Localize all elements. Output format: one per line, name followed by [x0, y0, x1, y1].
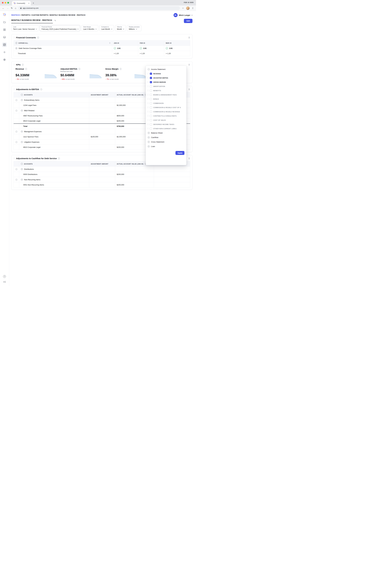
checkbox-unchecked[interactable] — [150, 85, 152, 87]
picker-item-benefits[interactable]: BENEFITS — [146, 88, 186, 93]
drag-handle-icon[interactable] — [147, 81, 149, 83]
info-icon[interactable] — [15, 168, 17, 170]
collapse-sidebar-icon[interactable] — [3, 281, 6, 284]
collapse-row-icon[interactable] — [21, 130, 23, 133]
picker-group-cross-statement[interactable]: Cross Statement — [146, 140, 186, 144]
view-by-filter[interactable]: View by Month — [115, 25, 126, 31]
picker-group-balance-sheet[interactable]: Balance Sheet — [146, 131, 186, 135]
sidebar-item-settings[interactable] — [2, 57, 7, 62]
checkbox-unchecked[interactable] — [150, 94, 152, 96]
drag-handle-icon[interactable] — [147, 77, 149, 79]
info-icon[interactable] — [37, 37, 39, 39]
notes-cell[interactable] — [154, 172, 190, 177]
collapse-row-icon[interactable] — [21, 168, 23, 170]
adjustment-amount-cell[interactable] — [89, 145, 115, 150]
drag-handle-icon[interactable] — [147, 115, 149, 117]
sidebar-item-portfolio[interactable] — [2, 20, 7, 25]
picker-item-commission-resale-cost[interactable]: COMMISSION & RESALE COST OF S — [146, 105, 186, 110]
info-icon[interactable] — [58, 158, 60, 159]
drag-handle-icon[interactable] — [147, 73, 149, 75]
reload-button[interactable] — [11, 7, 13, 9]
adjustment-amount-cell[interactable] — [89, 103, 115, 108]
collapse-row-icon[interactable] — [21, 141, 23, 143]
picker-group-loan[interactable]: Loan — [146, 144, 186, 149]
adjustment-amount-cell[interactable] — [89, 113, 115, 118]
browser-menu-icon[interactable] — [192, 7, 194, 9]
picker-item-amortization[interactable]: AMORTIZATION — [146, 84, 186, 88]
info-icon[interactable] — [15, 141, 17, 143]
date-range-filter[interactable]: Date Range Last 3 Months — [81, 25, 98, 31]
drag-handle-icon[interactable] — [147, 85, 149, 87]
info-icon[interactable] — [15, 179, 17, 181]
more-menu-icon[interactable] — [188, 88, 190, 90]
sidebar-item-reports[interactable] — [2, 42, 7, 47]
drag-handle-icon[interactable] — [14, 37, 15, 38]
info-icon[interactable] — [15, 99, 17, 101]
picker-item-cost-of-sales[interactable]: COST OF SALES — [146, 118, 186, 122]
expand-all-button[interactable]: EXPAND ALL — [15, 42, 28, 44]
adjustment-amount-cell[interactable] — [89, 172, 115, 177]
checkbox-unchecked[interactable] — [150, 90, 152, 92]
picker-item-adjusted-ebitda[interactable]: ADJUSTED EBITDA — [146, 76, 186, 80]
close-window-button[interactable] — [2, 2, 3, 3]
picker-item-other-non-current-liabilities[interactable]: OTHER NON-CURRENT LIABILI — [146, 127, 186, 131]
checkbox-unchecked[interactable] — [150, 115, 152, 117]
loan-filter[interactable]: Loan Term Loan: Senior Secured — [11, 25, 39, 31]
more-menu-icon[interactable] — [188, 64, 190, 66]
drag-handle-icon[interactable] — [147, 94, 149, 96]
sidebar-item-milestones[interactable] — [2, 50, 7, 54]
checkbox-checked[interactable] — [150, 77, 152, 79]
picker-group-cashflow[interactable]: Cashflow — [146, 135, 186, 140]
drag-handle-icon[interactable] — [147, 119, 149, 121]
sidebar-item-dashboard[interactable] — [2, 27, 7, 32]
display-precision-filter[interactable]: Display precision Millions — [127, 25, 141, 31]
close-tab-icon[interactable] — [28, 2, 30, 4]
address-bar[interactable]: app.covenant-iq.com — [18, 6, 180, 10]
help-icon[interactable] — [3, 275, 6, 278]
edit-button[interactable]: Edit — [184, 19, 193, 23]
checkbox-unchecked[interactable] — [150, 127, 152, 130]
expand-row-icon[interactable] — [15, 47, 17, 49]
info-icon[interactable] — [22, 64, 24, 66]
sort-icon[interactable] — [109, 42, 110, 44]
browser-profile-avatar[interactable] — [186, 6, 190, 10]
compare-to-filter[interactable]: Compare to Last Month — [100, 25, 114, 31]
drag-handle-icon[interactable] — [14, 88, 15, 90]
apply-button[interactable]: Apply — [175, 151, 184, 155]
notes-cell[interactable] — [154, 182, 190, 188]
info-icon[interactable] — [25, 68, 27, 70]
adjustment-amount-cell[interactable] — [89, 118, 115, 124]
picker-item-revenue[interactable]: REVENUE — [146, 72, 186, 76]
forward-button[interactable] — [7, 7, 9, 9]
zoom-window-button[interactable] — [7, 2, 9, 3]
drag-handle-icon[interactable] — [14, 64, 15, 65]
rename-pencil-icon[interactable] — [54, 19, 56, 22]
back-button[interactable] — [2, 7, 4, 9]
info-icon[interactable] — [15, 131, 17, 133]
collapse-row-icon[interactable] — [21, 99, 23, 101]
app-logo[interactable] — [3, 13, 6, 16]
drag-handle-icon[interactable] — [14, 158, 15, 159]
info-icon[interactable] — [40, 88, 42, 90]
drag-handle-icon[interactable] — [147, 90, 149, 91]
bookmark-icon[interactable] — [182, 7, 184, 9]
picker-item-deferred-income-taxes[interactable]: DEFERRED INCOME TAXES — [146, 122, 186, 127]
drag-handle-icon[interactable] — [147, 124, 149, 125]
info-icon[interactable] — [78, 68, 80, 70]
browser-tab[interactable]: CovenantIQ — [12, 1, 31, 5]
adjustment-amount-cell[interactable] — [89, 182, 115, 188]
info-icon[interactable] — [120, 68, 121, 70]
more-menu-icon[interactable] — [188, 157, 190, 159]
more-menu-icon[interactable] — [188, 36, 190, 39]
drag-handle-icon[interactable] — [147, 111, 149, 112]
drag-handle-icon[interactable] — [147, 107, 149, 108]
info-icon[interactable] — [15, 110, 17, 111]
sidebar-item-inbox[interactable] — [2, 35, 7, 40]
picker-item-gross-margin[interactable]: GROSS MARGIN — [146, 80, 186, 84]
checkbox-unchecked[interactable] — [150, 98, 152, 100]
collapse-row-icon[interactable] — [21, 110, 23, 111]
minimize-window-button[interactable] — [5, 2, 6, 3]
picker-item-contracts-consultants[interactable]: CONTRACTS & CONSULTANTS — [146, 114, 186, 118]
collapse-all-icon[interactable] — [21, 94, 23, 96]
checkbox-unchecked[interactable] — [150, 111, 152, 113]
